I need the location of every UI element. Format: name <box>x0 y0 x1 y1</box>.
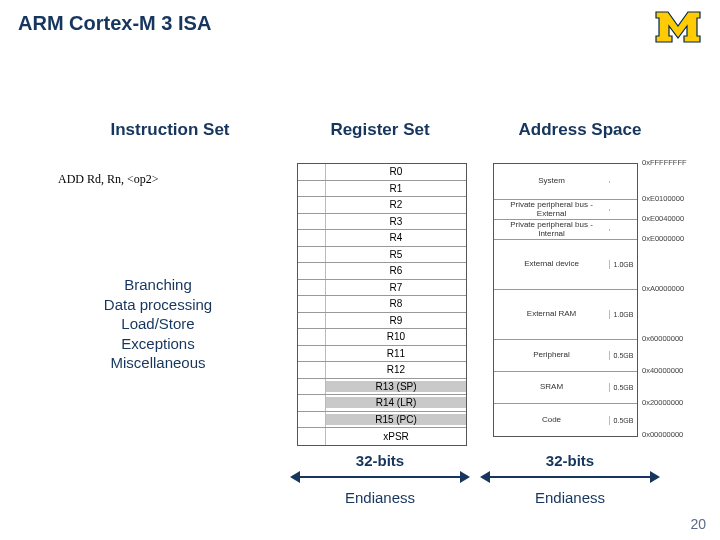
register-endian-label: Endianess <box>290 489 470 506</box>
address-region-row: Private peripheral bus - External <box>494 200 637 220</box>
address-region-row: System <box>494 164 637 200</box>
address-region-size: 1.0GB <box>609 310 637 319</box>
address-region-row: Code0.5GB <box>494 404 637 436</box>
register-row: R8 <box>298 296 466 313</box>
address-region-row: External RAM1.0GB <box>494 290 637 340</box>
address-hex-label: 0x60000000 <box>642 334 683 343</box>
address-hex-label: 0x40000000 <box>642 366 683 375</box>
address-region-name: Peripheral <box>494 350 609 361</box>
memory-endian-label: Endianess <box>480 489 660 506</box>
register-lead-cell <box>298 197 326 213</box>
register-row: R10 <box>298 329 466 346</box>
register-row: R5 <box>298 247 466 264</box>
register-row: R7 <box>298 280 466 297</box>
register-lead-cell <box>298 428 326 445</box>
address-region-row: Private peripheral bus - Internal <box>494 220 637 240</box>
address-region-size: 1.0GB <box>609 260 637 269</box>
address-region-size <box>609 229 637 231</box>
address-hex-label: 0x20000000 <box>642 398 683 407</box>
register-width-group: 32-bits Endianess <box>290 452 470 506</box>
register-name: R12 <box>326 364 466 375</box>
address-hex-label: 0xE0100000 <box>642 194 684 203</box>
address-region-name: Private peripheral bus - External <box>494 200 609 220</box>
slide-number: 20 <box>690 516 706 532</box>
memory-width-label: 32-bits <box>480 452 660 469</box>
register-name: R8 <box>326 298 466 309</box>
register-name: R7 <box>326 282 466 293</box>
register-row: R3 <box>298 214 466 231</box>
instruction-category: Data processing <box>68 295 248 315</box>
register-lead-cell <box>298 296 326 312</box>
double-arrow-icon <box>290 471 470 483</box>
column-heading-register: Register Set <box>280 120 480 140</box>
address-region-name: External RAM <box>494 309 609 320</box>
memory-width-group: 32-bits Endianess <box>480 452 660 506</box>
instruction-categories: BranchingData processingLoad/StoreExcept… <box>68 275 248 373</box>
register-name: R2 <box>326 199 466 210</box>
michigan-logo <box>654 10 702 48</box>
address-region-size: 0.5GB <box>609 383 637 392</box>
address-region-row: External device1.0GB <box>494 240 637 290</box>
register-row: R14 (LR) <box>298 395 466 412</box>
register-row: R1 <box>298 181 466 198</box>
address-region-size <box>609 209 637 211</box>
register-name: R5 <box>326 249 466 260</box>
instruction-sample: ADD Rd, Rn, <op2> <box>58 172 159 187</box>
register-lead-cell <box>298 379 326 395</box>
register-row: R2 <box>298 197 466 214</box>
address-hex-label: 0xFFFFFFFF <box>642 158 687 167</box>
register-name: R6 <box>326 265 466 276</box>
register-name: R14 (LR) <box>326 397 466 408</box>
register-row: xPSR <box>298 428 466 445</box>
register-row: R9 <box>298 313 466 330</box>
register-lead-cell <box>298 346 326 362</box>
register-lead-cell <box>298 263 326 279</box>
register-lead-cell <box>298 230 326 246</box>
slide-title: ARM Cortex-M 3 ISA <box>18 12 211 35</box>
register-lead-cell <box>298 280 326 296</box>
register-name: xPSR <box>326 431 466 442</box>
instruction-category: Miscellaneous <box>68 353 248 373</box>
register-row: R12 <box>298 362 466 379</box>
address-region-name: Code <box>494 415 609 426</box>
address-map-table: SystemPrivate peripheral bus - ExternalP… <box>493 163 638 437</box>
register-row: R0 <box>298 164 466 181</box>
address-region-name: Private peripheral bus - Internal <box>494 220 609 240</box>
address-region-name: External device <box>494 259 609 270</box>
register-name: R9 <box>326 315 466 326</box>
register-lead-cell <box>298 395 326 411</box>
register-row: R6 <box>298 263 466 280</box>
register-lead-cell <box>298 329 326 345</box>
register-lead-cell <box>298 362 326 378</box>
register-table: R0R1R2R3R4R5R6R7R8R9R10R11R12R13 (SP)R14… <box>297 163 467 446</box>
instruction-category: Load/Store <box>68 314 248 334</box>
register-name: R11 <box>326 348 466 359</box>
instruction-category: Exceptions <box>68 334 248 354</box>
register-lead-cell <box>298 247 326 263</box>
double-arrow-icon <box>480 471 660 483</box>
instruction-category: Branching <box>68 275 248 295</box>
register-name: R4 <box>326 232 466 243</box>
address-hex-label: 0xE0040000 <box>642 214 684 223</box>
address-hex-label: 0xA0000000 <box>642 284 684 293</box>
register-row: R4 <box>298 230 466 247</box>
register-lead-cell <box>298 164 326 180</box>
register-lead-cell <box>298 412 326 428</box>
address-hex-label: 0xE0000000 <box>642 234 684 243</box>
register-lead-cell <box>298 313 326 329</box>
register-name: R10 <box>326 331 466 342</box>
register-lead-cell <box>298 214 326 230</box>
register-name: R0 <box>326 166 466 177</box>
register-name: R13 (SP) <box>326 381 466 392</box>
column-heading-instruction: Instruction Set <box>70 120 270 140</box>
address-region-name: System <box>494 176 609 187</box>
address-hex-label: 0x00000000 <box>642 430 683 439</box>
register-row: R15 (PC) <box>298 412 466 429</box>
address-region-size: 0.5GB <box>609 351 637 360</box>
register-name: R15 (PC) <box>326 414 466 425</box>
address-region-size <box>609 181 637 183</box>
register-row: R11 <box>298 346 466 363</box>
register-row: R13 (SP) <box>298 379 466 396</box>
register-name: R3 <box>326 216 466 227</box>
register-name: R1 <box>326 183 466 194</box>
